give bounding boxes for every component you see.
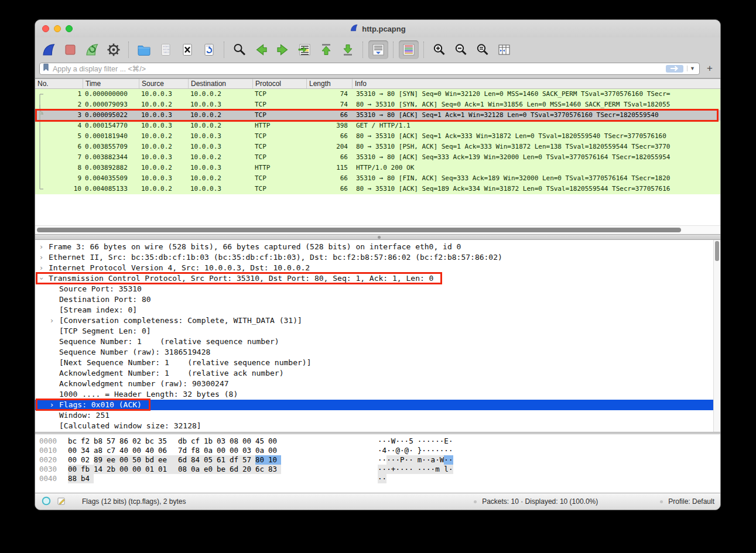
packet-row[interactable]: 50.00018194010.0.0.210.0.0.3TCP6680 → 35… — [35, 131, 720, 142]
packet-row[interactable]: 10.00000000010.0.0.310.0.0.2TCP7435310 →… — [35, 89, 720, 99]
packet-list-hscrollbar[interactable] — [35, 225, 720, 234]
bookmark-icon[interactable] — [43, 63, 49, 74]
filter-dropdown-caret[interactable]: ▼ — [687, 66, 697, 71]
detail-line[interactable]: Acknowledgment Number: 1 (relative ack n… — [35, 368, 720, 379]
restart-capture-button[interactable] — [82, 40, 102, 59]
detail-line[interactable]: [Next Sequence Number: 1 (relative seque… — [35, 358, 720, 368]
start-capture-button[interactable] — [39, 40, 59, 59]
close-window-button[interactable] — [42, 25, 49, 32]
zoom-in-button[interactable] — [429, 40, 449, 59]
detail-line-text: [TCP Segment Len: 0] — [35, 326, 151, 336]
detail-line[interactable]: Sequence Number: 1 (relative sequence nu… — [35, 336, 720, 347]
go-forward-button[interactable] — [273, 40, 293, 59]
pane-splitter[interactable] — [35, 234, 720, 240]
detail-line[interactable]: Window: 251 — [35, 410, 720, 421]
go-first-packet-button[interactable] — [316, 40, 336, 59]
hex-offset: 0000 — [39, 437, 67, 446]
packet-row[interactable]: 100.00408513310.0.0.210.0.0.3TCP6680 → 3… — [35, 184, 720, 194]
packet-no: 10 — [35, 184, 83, 194]
status-profile[interactable]: Profile: Default — [668, 497, 714, 506]
packet-row[interactable]: 70.00388234410.0.0.310.0.0.2TCP6635310 →… — [35, 152, 720, 163]
find-packet-button[interactable] — [230, 40, 249, 59]
maximize-window-button[interactable] — [66, 25, 73, 32]
add-filter-button[interactable]: + — [704, 63, 716, 74]
apply-filter-button[interactable] — [666, 65, 683, 73]
details-vscrollbar[interactable] — [713, 240, 720, 432]
detail-line[interactable]: Source Port: 35310 — [35, 284, 720, 294]
detail-line[interactable]: [Calculated window size: 32128] — [35, 421, 720, 431]
packet-row[interactable]: 80.00389288210.0.0.210.0.0.3HTTP115HTTP/… — [35, 163, 720, 173]
detail-line-selected[interactable]: ›Flags: 0x010 (ACK) — [35, 400, 720, 410]
hex-row[interactable]: 004088b4·· — [35, 474, 720, 483]
go-back-icon — [254, 42, 269, 57]
resize-columns-button[interactable] — [494, 40, 514, 59]
detail-line[interactable]: Acknowledgment number (raw): 90300247 — [35, 379, 720, 389]
column-header-protocol[interactable]: Protocol — [252, 79, 306, 88]
status-separator-dot — [474, 500, 477, 503]
detail-line[interactable]: Sequence Number (raw): 3186519428 — [35, 347, 720, 358]
details-vscrollbar-thumb[interactable] — [715, 241, 719, 261]
detail-line[interactable]: 1000 .... = Header Length: 32 bytes (8) — [35, 389, 720, 400]
stop-capture-icon — [63, 42, 78, 57]
packet-info: 35310 → 80 [ACK] Seq=333 Ack=139 Win=320… — [352, 152, 720, 163]
detail-line[interactable]: ›Transmission Control Protocol, Src Port… — [35, 273, 720, 284]
chevron-collapsed-icon[interactable]: › — [40, 252, 43, 263]
packet-row-selected[interactable]: 30.00009502210.0.0.310.0.0.2TCP6635310 →… — [35, 110, 720, 121]
detail-line[interactable]: Destination Port: 80 — [35, 294, 720, 305]
detail-line-text: 1000 .... = Header Length: 32 bytes (8) — [35, 389, 238, 400]
packet-list-empty-area — [35, 194, 720, 225]
hscrollbar-thumb[interactable] — [37, 228, 681, 232]
close-file-button[interactable] — [177, 40, 197, 59]
detail-line[interactable]: [Stream index: 0] — [35, 305, 720, 315]
detail-line[interactable]: [TCP Segment Len: 0] — [35, 326, 720, 336]
open-file-button[interactable] — [134, 40, 154, 59]
column-header-info[interactable]: Info — [352, 79, 720, 88]
packet-source: 10.0.0.3 — [139, 121, 188, 131]
chevron-collapsed-icon[interactable]: › — [50, 400, 53, 410]
minimize-window-button[interactable] — [54, 25, 61, 32]
packet-list: 10.00000000010.0.0.310.0.0.2TCP7435310 →… — [35, 89, 720, 194]
auto-scroll-button[interactable] — [368, 40, 388, 59]
display-filter-input[interactable]: Apply a display filter ... <⌘/> ▼ — [39, 63, 700, 75]
zoom-reset-button[interactable] — [473, 40, 492, 59]
column-header-destination[interactable]: Destination — [188, 79, 252, 88]
save-file-button[interactable]: 010101101011 — [156, 40, 176, 59]
detail-line[interactable]: ›Internet Protocol Version 4, Src: 10.0.… — [35, 263, 720, 273]
capture-comment-icon[interactable] — [57, 496, 66, 507]
hex-row[interactable]: 003000fb142b00000101080ae0be6d206c83···+… — [35, 465, 720, 474]
reload-file-button[interactable]: 0101 — [199, 40, 219, 59]
column-header-time[interactable]: Time — [83, 79, 139, 88]
detail-line[interactable]: ›Frame 3: 66 bytes on wire (528 bits), 6… — [35, 242, 720, 252]
toolbar-separator — [423, 42, 425, 58]
column-header-no[interactable]: No. — [35, 79, 83, 88]
packet-info: 35310 → 80 [ACK] Seq=1 Ack=1 Win=32128 L… — [352, 110, 720, 121]
hex-pane-splitter[interactable] — [35, 432, 720, 434]
chevron-collapsed-icon[interactable]: › — [40, 242, 43, 252]
expert-info-icon[interactable] — [41, 496, 52, 508]
chevron-expanded-icon[interactable]: › — [36, 277, 47, 280]
hex-row[interactable]: 0000bcf2b8578602bc35dbcf1b0308004500···W… — [35, 437, 720, 446]
go-to-packet-button[interactable] — [295, 40, 314, 59]
stop-capture-button[interactable] — [60, 40, 80, 59]
hex-row[interactable]: 0020000289ee0050bdee6d840561df578010····… — [35, 455, 720, 465]
go-last-packet-button[interactable] — [338, 40, 358, 59]
packet-row[interactable]: 60.00385570910.0.0.210.0.0.3TCP20480 → 3… — [35, 142, 720, 152]
hex-row[interactable]: 00100034a8c7400040067df80a0000030a00·4··… — [35, 446, 720, 455]
detail-line[interactable]: ›[Conversation completeness: Complete, W… — [35, 315, 720, 326]
packet-row[interactable]: 40.00015477010.0.0.310.0.0.2HTTP398GET /… — [35, 121, 720, 131]
packet-row[interactable]: 20.00007909310.0.0.210.0.0.3TCP7480 → 35… — [35, 99, 720, 110]
detail-line[interactable]: ›Ethernet II, Src: bc:35:db:cf:1b:03 (bc… — [35, 252, 720, 263]
chevron-collapsed-icon[interactable]: › — [40, 263, 43, 273]
chevron-collapsed-icon[interactable]: › — [50, 315, 53, 326]
title-bar: http.pcapng — [35, 20, 720, 37]
detail-line-text: Window: 251 — [35, 410, 110, 421]
packet-row[interactable]: 90.00403550910.0.0.310.0.0.2TCP6635310 →… — [35, 173, 720, 184]
colorize-button[interactable] — [399, 40, 419, 59]
capture-options-button[interactable] — [104, 40, 124, 59]
zoom-out-button[interactable] — [451, 40, 471, 59]
toolbar-separator — [362, 42, 364, 58]
column-header-source[interactable]: Source — [139, 79, 188, 88]
column-header-length[interactable]: Length — [306, 79, 352, 88]
go-back-button[interactable] — [251, 40, 271, 59]
packet-source: 10.0.0.2 — [139, 142, 188, 152]
